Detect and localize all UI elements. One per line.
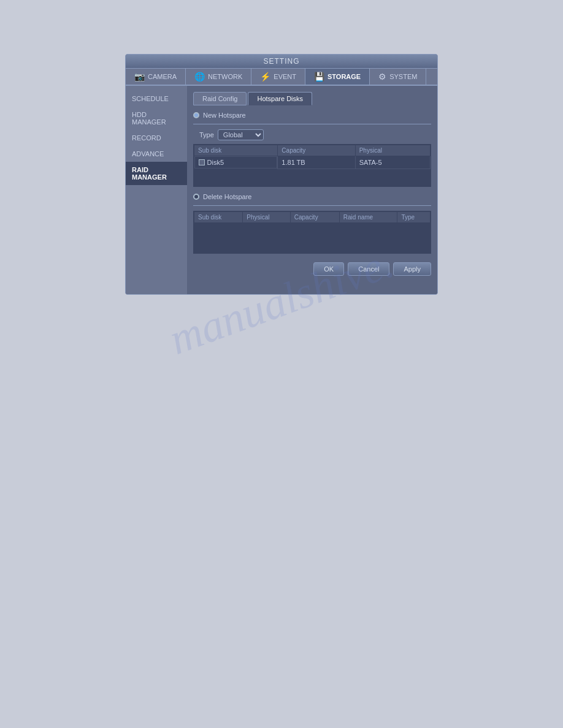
new-hotspare-table-header-row: Sub disk Capacity Physical: [194, 145, 431, 156]
tab-camera[interactable]: 📷 CAMERA: [126, 69, 186, 85]
sidebar-item-schedule[interactable]: SCHEDULE: [126, 91, 187, 107]
new-hotspare-label: New Hotspare: [203, 112, 246, 119]
new-hotspare-radio[interactable]: [193, 112, 199, 118]
col-capacity: Capacity: [278, 145, 355, 156]
cell-subdisk: Disk5: [194, 156, 278, 169]
sidebar: SCHEDULE HDD MANAGER RECORD ADVANCE RAID…: [126, 86, 187, 294]
tab-network[interactable]: 🌐 NETWORK: [186, 69, 251, 85]
del-col-physical: Physical: [243, 212, 291, 223]
title-bar: SETTING: [126, 55, 437, 69]
sub-tabs: Raid Config Hotspare Disks: [193, 92, 431, 105]
delete-hotspare-radio[interactable]: [193, 194, 199, 200]
delete-hotspare-header: Delete Hotspare: [193, 193, 431, 200]
delete-hotspare-table: Sub disk Physical Capacity Raid name Typ…: [194, 211, 431, 223]
cancel-button[interactable]: Cancel: [348, 262, 389, 276]
new-hotspare-header: New Hotspare: [193, 112, 431, 119]
sidebar-item-advance[interactable]: ADVANCE: [126, 146, 187, 162]
del-col-capacity: Capacity: [290, 212, 339, 223]
storage-icon: 💾: [314, 72, 324, 82]
divider-top: [193, 124, 431, 124]
tab-storage[interactable]: 💾 STORAGE: [305, 69, 370, 85]
del-col-type: Type: [397, 212, 431, 223]
main-window: SETTING 📷 CAMERA 🌐 NETWORK ⚡ EVENT 💾: [125, 54, 438, 295]
sub-tab-raid-config[interactable]: Raid Config: [193, 92, 247, 105]
sidebar-item-record[interactable]: RECORD: [126, 130, 187, 146]
row-checkbox[interactable]: [199, 159, 205, 165]
type-select[interactable]: Global Dedicated: [218, 129, 264, 140]
col-physical: Physical: [355, 145, 430, 156]
tab-camera-label: CAMERA: [148, 73, 177, 80]
cell-capacity: 1.81 TB: [278, 156, 355, 169]
tab-system[interactable]: ⚙ SYSTEM: [370, 69, 426, 85]
tab-network-label: NETWORK: [208, 73, 242, 80]
content-area: SCHEDULE HDD MANAGER RECORD ADVANCE RAID…: [126, 86, 437, 294]
type-row: Type Global Dedicated: [199, 129, 431, 140]
network-icon: 🌐: [194, 72, 205, 82]
tab-storage-label: STORAGE: [327, 73, 361, 80]
nav-tabs: 📷 CAMERA 🌐 NETWORK ⚡ EVENT 💾 STORAGE ⚙: [126, 69, 437, 86]
cell-physical: SATA-5: [355, 156, 430, 169]
tab-event[interactable]: ⚡ EVENT: [251, 69, 305, 85]
button-row: OK Cancel Apply: [193, 260, 431, 278]
main-panel: Raid Config Hotspare Disks New Hotspare: [187, 86, 437, 294]
new-hotspare-table: Sub disk Capacity Physical Disk5: [194, 145, 431, 169]
sidebar-item-hdd-manager[interactable]: HDD MANAGER: [126, 107, 187, 130]
sidebar-item-raid-manager[interactable]: RAID MANAGER: [126, 162, 187, 185]
col-subdisk: Sub disk: [194, 145, 278, 156]
tab-event-label: EVENT: [274, 73, 296, 80]
camera-icon: 📷: [134, 72, 145, 82]
del-col-raidname: Raid name: [339, 212, 397, 223]
title-label: SETTING: [263, 57, 299, 66]
del-col-subdisk: Sub disk: [194, 212, 243, 223]
tab-system-label: SYSTEM: [389, 73, 417, 80]
event-icon: ⚡: [260, 72, 270, 82]
table-row: Disk5 1.81 TB SATA-5: [194, 156, 431, 169]
divider-bottom: [193, 205, 431, 206]
delete-table-header-row: Sub disk Physical Capacity Raid name Typ…: [194, 212, 431, 223]
delete-hotspare-label: Delete Hotspare: [203, 193, 252, 200]
ok-button[interactable]: OK: [313, 262, 344, 276]
system-icon: ⚙: [378, 72, 386, 82]
sub-tab-hotspare-disks[interactable]: Hotspare Disks: [248, 92, 312, 105]
delete-hotspare-table-container: Sub disk Physical Capacity Raid name Typ…: [193, 211, 431, 254]
apply-button[interactable]: Apply: [393, 262, 431, 276]
type-label: Type: [199, 131, 214, 138]
new-hotspare-table-container: Sub disk Capacity Physical Disk5: [193, 144, 431, 187]
